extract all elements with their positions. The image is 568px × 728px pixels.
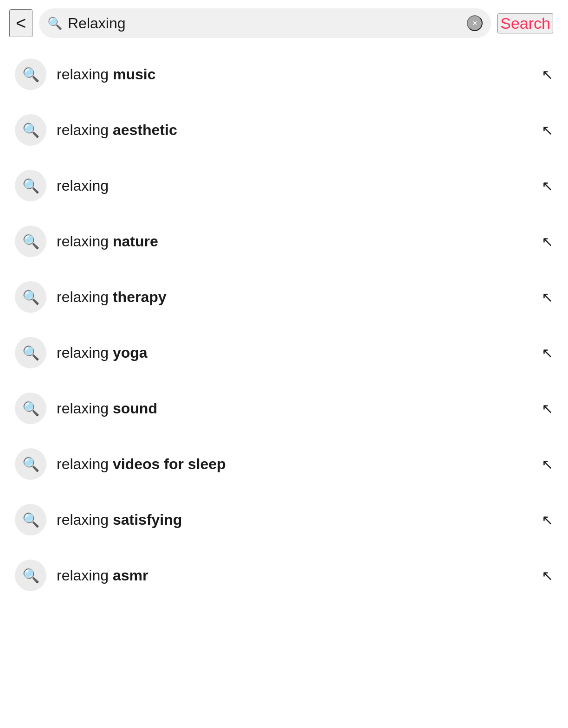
search-icon: 🔍 xyxy=(22,66,39,83)
arrow-upper-left-icon xyxy=(542,233,553,250)
search-icon: 🔍 xyxy=(22,122,39,138)
suggestion-search-icon-wrap: 🔍 xyxy=(15,170,46,201)
suggestions-list: 🔍relaxing music🔍relaxing aesthetic🔍relax… xyxy=(0,46,568,603)
suggestion-search-icon-wrap: 🔍 xyxy=(15,281,46,313)
suggestion-search-icon-wrap: 🔍 xyxy=(15,504,46,535)
suggestion-item[interactable]: 🔍relaxing music xyxy=(0,46,568,102)
search-icon: 🔍 xyxy=(22,456,39,472)
suggestion-text: relaxing music xyxy=(57,66,531,83)
suggestion-item[interactable]: 🔍relaxing sound xyxy=(0,380,568,436)
suggestion-item[interactable]: 🔍relaxing aesthetic xyxy=(0,102,568,158)
back-icon: < xyxy=(16,14,26,32)
clear-icon: × xyxy=(472,19,478,27)
search-icon: 🔍 xyxy=(22,567,39,584)
suggestion-search-icon-wrap: 🔍 xyxy=(15,560,46,591)
suggestion-search-icon-wrap: 🔍 xyxy=(15,393,46,424)
search-action-button[interactable]: Search xyxy=(497,13,553,33)
suggestion-text: relaxing asmr xyxy=(57,567,531,584)
suggestion-item[interactable]: 🔍relaxing videos for sleep xyxy=(0,436,568,492)
suggestion-text: relaxing yoga xyxy=(57,344,531,361)
suggestion-text: relaxing aesthetic xyxy=(57,122,531,139)
arrow-upper-left-icon xyxy=(542,178,553,194)
suggestion-text: relaxing sound xyxy=(57,400,531,417)
arrow-upper-left-icon xyxy=(542,122,553,138)
suggestion-text: relaxing nature xyxy=(57,233,531,250)
suggestion-text: relaxing therapy xyxy=(57,289,531,306)
suggestion-item[interactable]: 🔍relaxing nature xyxy=(0,213,568,269)
arrow-upper-left-icon xyxy=(542,512,553,528)
arrow-upper-left-icon xyxy=(542,66,553,83)
search-icon: 🔍 xyxy=(22,178,39,194)
search-icon: 🔍 xyxy=(22,512,39,528)
suggestion-search-icon-wrap: 🔍 xyxy=(15,337,46,368)
search-icon: 🔍 xyxy=(22,289,39,305)
search-input[interactable] xyxy=(68,15,461,32)
suggestion-search-icon-wrap: 🔍 xyxy=(15,114,46,146)
arrow-upper-left-icon xyxy=(542,400,553,417)
suggestion-search-icon-wrap: 🔍 xyxy=(15,58,46,90)
suggestion-text: relaxing satisfying xyxy=(57,511,531,528)
suggestion-item[interactable]: 🔍relaxing satisfying xyxy=(0,492,568,548)
suggestion-item[interactable]: 🔍relaxing therapy xyxy=(0,269,568,325)
arrow-upper-left-icon xyxy=(542,456,553,472)
suggestion-item[interactable]: 🔍relaxing xyxy=(0,158,568,213)
clear-button[interactable]: × xyxy=(467,15,483,31)
search-icon: 🔍 xyxy=(22,233,39,250)
suggestion-search-icon-wrap: 🔍 xyxy=(15,225,46,257)
search-icon: 🔍 xyxy=(22,400,39,417)
arrow-upper-left-icon xyxy=(542,567,553,584)
back-button[interactable]: < xyxy=(9,9,32,37)
search-header: < 🔍 × Search xyxy=(0,0,568,46)
suggestion-item[interactable]: 🔍relaxing yoga xyxy=(0,325,568,380)
search-bar-icon: 🔍 xyxy=(47,16,62,31)
suggestion-text: relaxing xyxy=(57,177,531,194)
search-icon: 🔍 xyxy=(22,345,39,361)
search-bar: 🔍 × xyxy=(39,8,491,38)
arrow-upper-left-icon xyxy=(542,289,553,305)
suggestion-item[interactable]: 🔍relaxing asmr xyxy=(0,548,568,603)
suggestion-text: relaxing videos for sleep xyxy=(57,456,531,473)
arrow-upper-left-icon xyxy=(542,345,553,361)
suggestion-search-icon-wrap: 🔍 xyxy=(15,448,46,480)
